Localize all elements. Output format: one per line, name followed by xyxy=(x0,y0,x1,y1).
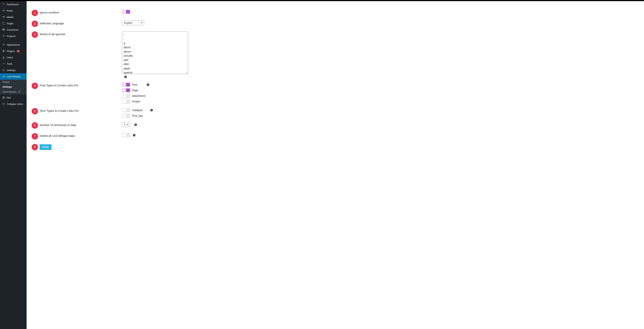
sidebar-item-label: Projects xyxy=(7,35,16,37)
comment-icon xyxy=(2,28,5,31)
toggle-label: Post xyxy=(132,83,137,86)
svg-point-0 xyxy=(2,16,4,17)
toggle-label: Post_tag xyxy=(132,114,142,117)
setting-label: Selected Language xyxy=(40,20,122,25)
step-badge: 3 xyxy=(32,31,38,38)
setting-label: Number of Sentences to Skip xyxy=(40,121,122,127)
delete-data-toggle[interactable] xyxy=(122,133,130,137)
pin-icon xyxy=(2,9,5,12)
setting-label: Post Types to Create Links For xyxy=(40,82,122,87)
step-badge: 6 xyxy=(32,122,38,129)
wrench-icon xyxy=(2,62,5,65)
svg-point-1 xyxy=(3,56,4,57)
media-icon xyxy=(2,15,5,19)
update-badge: 1 xyxy=(17,50,20,52)
page-icon xyxy=(2,22,5,25)
sidebar-item-divi[interactable]: Divi xyxy=(0,94,26,101)
setting-row-language: 2 Selected Language English xyxy=(30,18,641,29)
link-whisper-icon xyxy=(2,75,5,78)
admin-sidebar: Dashboard Posts Media Pages Comments Pro… xyxy=(0,1,26,329)
setting-row-ignored-words: 3 Words to be Ignored ? xyxy=(30,29,641,80)
link-whisper-submenu: Report Settings Get Premium 🔗 xyxy=(0,80,26,94)
setting-row-sentences-skip: 6 Number of Sentences to Skip 3 ? xyxy=(30,120,641,130)
external-link-icon: 🔗 xyxy=(18,91,21,93)
sidebar-collapse-menu[interactable]: Collapse menu xyxy=(0,101,26,107)
setting-row-delete-data: 7 Delete all Link Whisper data ? xyxy=(30,130,641,141)
setting-label: Ignore numbers xyxy=(40,9,122,14)
dashboard-icon xyxy=(2,2,5,6)
help-icon[interactable]: ? xyxy=(133,134,136,136)
sidebar-item-appearance[interactable]: Appearance xyxy=(0,41,26,48)
post-type-toggle-attachment[interactable] xyxy=(122,94,130,98)
sidebar-item-users[interactable]: Users xyxy=(0,54,26,60)
sidebar-item-comments[interactable]: Comments xyxy=(0,26,26,33)
toggle-label: Project xyxy=(132,100,140,103)
setting-row-save: 8 SAVE xyxy=(30,141,641,152)
ignore-numbers-toggle[interactable] xyxy=(122,10,130,14)
sidebar-item-label: Appearance xyxy=(7,43,20,46)
ignored-words-textarea[interactable] xyxy=(122,31,188,74)
sidebar-item-tools[interactable]: Tools xyxy=(0,60,26,67)
setting-label: Term Types to Create Links For xyxy=(40,107,122,112)
term-type-toggle-category[interactable] xyxy=(122,108,130,112)
sidebar-item-media[interactable]: Media xyxy=(0,14,26,20)
brush-icon xyxy=(2,43,5,46)
help-icon[interactable]: ? xyxy=(150,109,153,111)
sidebar-item-plugins[interactable]: Plugins 1 xyxy=(0,48,26,54)
sidebar-item-label: Tools xyxy=(7,62,12,65)
plug-icon xyxy=(2,49,5,53)
sidebar-item-label: Link Whisper xyxy=(7,75,21,78)
step-badge: 5 xyxy=(32,108,38,114)
sidebar-item-label: Dashboard xyxy=(7,3,19,6)
pin-icon xyxy=(2,34,5,38)
step-badge: 8 xyxy=(32,144,38,150)
term-type-toggle-post-tag[interactable] xyxy=(122,114,130,118)
setting-row-term-types: 5 Term Types to Create Links For Categor… xyxy=(30,105,641,120)
sidebar-item-label: Collapse menu xyxy=(7,103,23,105)
sidebar-item-label: Pages xyxy=(7,22,14,25)
step-badge: 2 xyxy=(32,20,38,27)
submenu-settings[interactable]: Settings xyxy=(0,84,26,89)
toggle-label: Attachment xyxy=(132,94,146,97)
sidebar-item-label: Comments xyxy=(7,28,18,31)
post-type-toggle-page[interactable] xyxy=(122,88,130,92)
setting-row-post-types: 4 Post Types to Create Links For Post ? … xyxy=(30,80,641,105)
toggle-label: Category xyxy=(132,109,143,112)
sentences-skip-select[interactable]: 3 xyxy=(122,122,130,127)
language-select[interactable]: English xyxy=(122,20,144,25)
setting-label: Delete all Link Whisper data xyxy=(40,132,122,137)
sidebar-item-label: Divi xyxy=(7,96,11,99)
divi-icon xyxy=(2,96,5,99)
post-type-toggle-project[interactable] xyxy=(122,99,130,104)
step-badge: 7 xyxy=(32,133,38,139)
sidebar-item-projects[interactable]: Projects xyxy=(0,33,26,39)
submenu-report[interactable]: Report xyxy=(0,80,26,84)
step-badge: 4 xyxy=(32,83,38,89)
settings-content: 1 Ignore numbers 2 Selected Language Eng… xyxy=(26,1,644,329)
collapse-icon xyxy=(2,102,5,106)
save-button[interactable]: SAVE xyxy=(40,144,52,150)
sidebar-item-dashboard[interactable]: Dashboard xyxy=(0,1,26,7)
setting-label: Words to be Ignored xyxy=(40,31,122,36)
sidebar-item-label: Plugins xyxy=(7,50,15,52)
sidebar-item-settings[interactable]: Settings xyxy=(0,67,26,73)
step-badge: 1 xyxy=(32,10,38,16)
toggle-label: Page xyxy=(132,89,138,92)
post-type-toggle-post[interactable] xyxy=(122,83,130,87)
submenu-get-premium[interactable]: Get Premium 🔗 xyxy=(0,89,26,94)
help-icon[interactable]: ? xyxy=(124,75,127,78)
sidebar-item-label: Users xyxy=(7,56,13,59)
user-icon xyxy=(2,56,5,59)
sidebar-item-label: Media xyxy=(7,16,13,18)
setting-row-ignore-numbers: 1 Ignore numbers xyxy=(30,7,641,18)
sidebar-item-label: Posts xyxy=(7,9,13,12)
sidebar-item-posts[interactable]: Posts xyxy=(0,7,26,14)
help-icon[interactable]: ? xyxy=(134,123,137,126)
sidebar-item-link-whisper[interactable]: Link Whisper xyxy=(0,73,26,80)
sliders-icon xyxy=(2,68,5,72)
help-icon[interactable]: ? xyxy=(147,83,149,86)
sidebar-item-label: Settings xyxy=(7,69,16,72)
sidebar-item-pages[interactable]: Pages xyxy=(0,20,26,26)
